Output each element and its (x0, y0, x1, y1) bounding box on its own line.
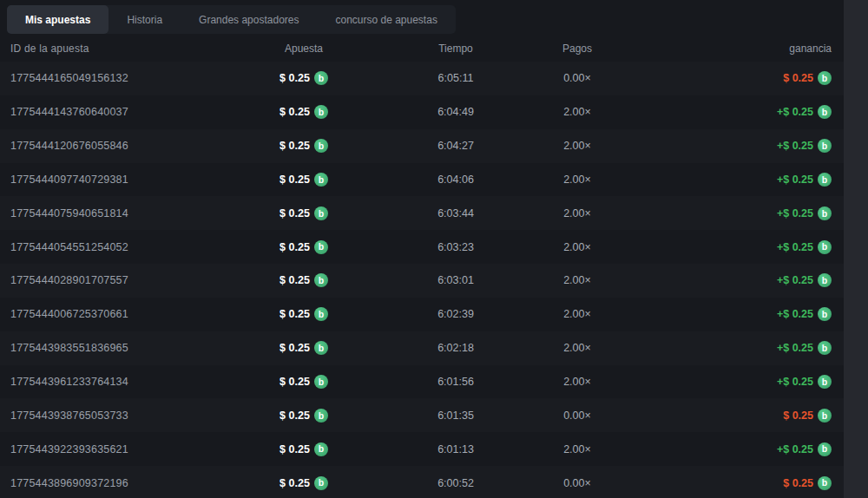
bet-id-cell: 1775443961233764134 (0, 376, 128, 388)
column-header-bet-id: ID de la apuesta (0, 43, 89, 55)
coin-icon: b (314, 341, 328, 355)
coin-icon: b (818, 139, 832, 153)
bet-profit-cell: +$ 0.25 b (777, 139, 844, 153)
coin-icon: b (314, 442, 328, 456)
bet-amount-cell: $ 0.25 b (279, 240, 328, 254)
bet-time-cell: 6:01:56 (437, 376, 474, 388)
tab-concurso-de-apuestas[interactable]: concurso de apuestas (317, 5, 455, 34)
bet-amount-cell: $ 0.25 b (279, 409, 328, 423)
bet-time-cell: 6:02:18 (437, 342, 474, 354)
bet-row[interactable]: 1775443896909372196 $ 0.25 b 6:00:52 0.0… (0, 466, 844, 498)
bet-amount-cell: $ 0.25 b (279, 341, 328, 355)
coin-icon: b (818, 442, 832, 456)
bet-time-cell: 6:05:11 (438, 72, 474, 84)
bet-amount-value: $ 0.25 (279, 274, 310, 286)
coin-icon: b (314, 206, 328, 220)
bet-profit-cell: +$ 0.25 b (777, 273, 844, 287)
coin-icon: b (818, 476, 832, 490)
bet-profit-value: +$ 0.25 (777, 207, 813, 220)
coin-icon: b (818, 409, 832, 423)
bet-time-cell: 6:00:52 (437, 477, 474, 489)
bet-id-cell: 1775443896909372196 (0, 477, 128, 489)
bet-payout-cell: 0.00× (563, 410, 591, 422)
coin-icon: b (314, 139, 328, 153)
bet-id-cell: 1775444054551254052 (0, 241, 128, 253)
tab-grandes-apostadores[interactable]: Grandes apostadores (181, 5, 317, 34)
bet-amount-cell: $ 0.25 b (279, 139, 328, 153)
column-header-bet: Apuesta (285, 43, 323, 55)
bet-amount-value: $ 0.25 (279, 443, 310, 455)
bet-amount-cell: $ 0.25 b (279, 442, 328, 456)
bet-id-cell: 1775444120676055846 (0, 140, 128, 152)
coin-icon: b (314, 476, 328, 490)
bet-row[interactable]: 1775444075940651814 $ 0.25 b 6:03:44 2.0… (0, 196, 844, 230)
bet-row[interactable]: 1775443922393635621 $ 0.25 b 6:01:13 2.0… (0, 432, 844, 466)
bet-profit-cell: +$ 0.25 b (777, 240, 844, 254)
coin-icon: b (818, 375, 832, 389)
bet-row[interactable]: 1775444165049156132 $ 0.25 b 6:05:11 0.0… (0, 62, 844, 95)
bet-time-cell: 6:02:39 (437, 308, 474, 320)
coin-icon: b (314, 273, 328, 287)
bet-profit-cell: +$ 0.25 b (777, 375, 844, 389)
bet-amount-value: $ 0.25 (279, 72, 310, 84)
bet-amount-cell: $ 0.25 b (279, 307, 328, 321)
bet-amount-cell: $ 0.25 b (279, 105, 328, 119)
bet-id-cell: 1775444165049156132 (0, 72, 128, 84)
bet-id-cell: 1775443938765053733 (0, 410, 128, 422)
bet-time-cell: 6:03:23 (437, 241, 474, 253)
bet-row[interactable]: 1775444028901707557 $ 0.25 b 6:03:01 2.0… (0, 264, 844, 298)
column-header-time: Tiempo (438, 43, 473, 55)
bet-amount-cell: $ 0.25 b (279, 71, 328, 85)
tab-historia[interactable]: Historia (108, 5, 181, 34)
bet-amount-value: $ 0.25 (279, 241, 310, 253)
right-panel-edge (844, 0, 868, 498)
bet-profit-cell: +$ 0.25 b (777, 341, 844, 355)
bet-row[interactable]: 1775444143760640037 $ 0.25 b 6:04:49 2.0… (0, 95, 844, 129)
tab-mis-apuestas[interactable]: Mis apuestas (7, 5, 108, 34)
bet-time-cell: 6:01:13 (437, 443, 474, 455)
bet-row[interactable]: 1775444054551254052 $ 0.25 b 6:03:23 2.0… (0, 230, 844, 264)
bet-id-cell: 1775444075940651814 (0, 207, 128, 220)
bet-id-cell: 1775444006725370661 (0, 308, 128, 320)
bet-id-cell: 1775444028901707557 (0, 274, 128, 286)
bet-payout-cell: 2.00× (563, 308, 591, 320)
coin-icon: b (818, 341, 832, 355)
bet-payout-cell: 2.00× (563, 443, 591, 455)
column-header-profit: ganancia (789, 43, 844, 55)
bet-profit-cell: $ 0.25 b (783, 476, 844, 490)
bet-profit-value: +$ 0.25 (777, 376, 813, 388)
bet-amount-cell: $ 0.25 b (279, 476, 328, 490)
bet-profit-value: +$ 0.25 (777, 106, 813, 118)
bet-row[interactable]: 1775443983551836965 $ 0.25 b 6:02:18 2.0… (0, 331, 844, 365)
bet-row[interactable]: 1775444120676055846 $ 0.25 b 6:04:27 2.0… (0, 129, 844, 163)
bet-payout-cell: 2.00× (563, 342, 591, 354)
bet-payout-cell: 2.00× (563, 241, 591, 253)
bet-payout-cell: 2.00× (563, 140, 591, 152)
bet-row[interactable]: 1775443938765053733 $ 0.25 b 6:01:35 0.0… (0, 398, 844, 432)
bet-profit-value: +$ 0.25 (777, 274, 813, 286)
coin-icon: b (818, 173, 832, 187)
bet-amount-value: $ 0.25 (279, 308, 310, 320)
bet-profit-value: $ 0.25 (783, 72, 813, 84)
bet-row[interactable]: 1775444097740729381 $ 0.25 b 6:04:06 2.0… (0, 163, 844, 197)
coin-icon: b (818, 71, 832, 85)
coin-icon: b (314, 240, 328, 254)
bet-time-cell: 6:04:06 (437, 174, 474, 186)
bet-profit-cell: +$ 0.25 b (777, 173, 844, 187)
bet-profit-value: $ 0.25 (783, 410, 813, 422)
coin-icon: b (314, 173, 328, 187)
bet-payout-cell: 2.00× (563, 174, 591, 186)
bet-payout-cell: 2.00× (563, 207, 591, 220)
bet-row[interactable]: 1775444006725370661 $ 0.25 b 6:02:39 2.0… (0, 298, 844, 331)
table-header-row: ID de la apuesta Apuesta Tiempo Pagos ga… (0, 36, 844, 62)
coin-icon: b (818, 105, 832, 119)
bet-amount-cell: $ 0.25 b (279, 173, 328, 187)
bet-profit-cell: +$ 0.25 b (777, 206, 844, 220)
bet-payout-cell: 2.00× (563, 376, 591, 388)
bet-profit-value: +$ 0.25 (777, 140, 813, 152)
coin-icon: b (818, 206, 832, 220)
bet-row[interactable]: 1775443961233764134 $ 0.25 b 6:01:56 2.0… (0, 365, 844, 399)
bet-time-cell: 6:04:49 (437, 106, 474, 118)
bet-profit-value: $ 0.25 (783, 477, 813, 489)
coin-icon: b (818, 307, 832, 321)
